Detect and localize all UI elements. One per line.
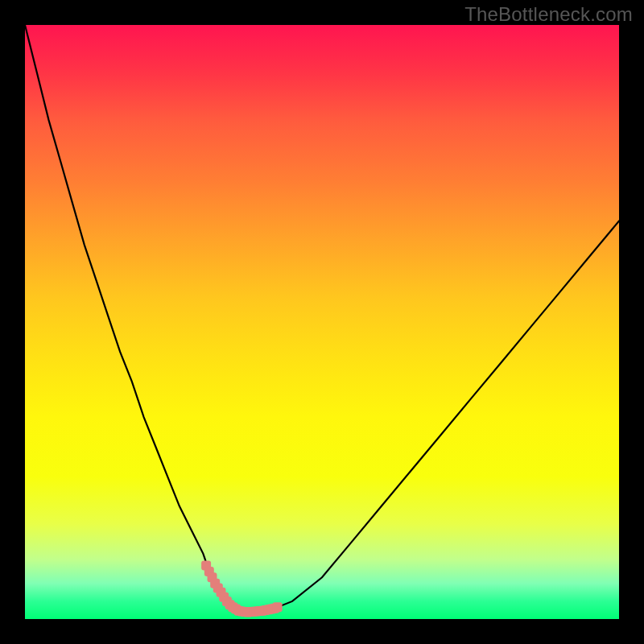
plot-area (25, 25, 619, 619)
marker-point (273, 602, 283, 612)
curve-svg (25, 25, 619, 619)
highlight-markers (201, 561, 283, 617)
watermark-text: TheBottleneck.com (464, 3, 633, 26)
chart-frame: TheBottleneck.com (0, 0, 644, 644)
bottleneck-curve (25, 25, 619, 612)
